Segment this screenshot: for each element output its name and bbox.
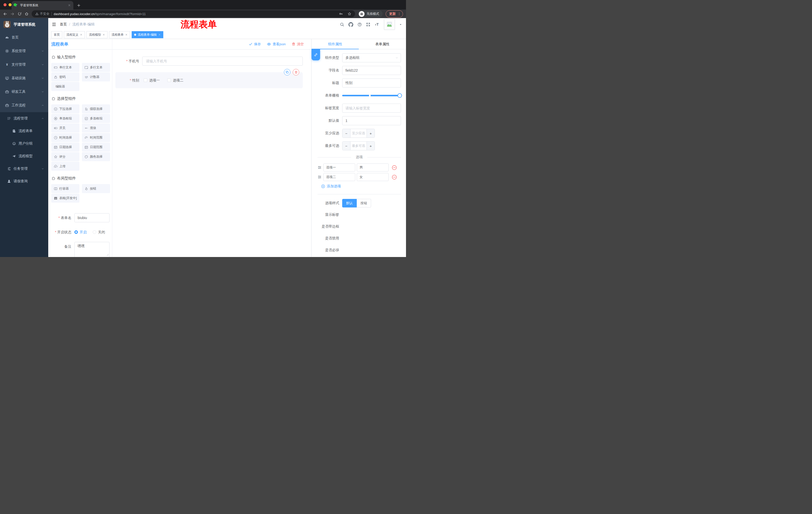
add-option-button[interactable]: 添加选项 bbox=[321, 184, 401, 189]
browser-tab[interactable]: 芋道管理系统 bbox=[11, 1, 74, 9]
default-value-input[interactable] bbox=[342, 116, 401, 125]
sidebar-item-system-mgmt[interactable]: 系统管理 bbox=[0, 44, 48, 58]
remove-option-icon[interactable] bbox=[392, 165, 397, 170]
phone-field[interactable]: 手机号 bbox=[115, 57, 303, 65]
collapse-sidebar-icon[interactable] bbox=[52, 22, 56, 27]
app-logo[interactable]: 芋道管理系统 bbox=[0, 18, 48, 31]
option-1-value-input[interactable] bbox=[357, 163, 389, 171]
field-name-input[interactable] bbox=[342, 66, 401, 75]
reload-icon[interactable] bbox=[18, 12, 22, 16]
bookmark-star-icon[interactable] bbox=[347, 12, 351, 16]
phone-input[interactable] bbox=[142, 57, 303, 65]
close-window-button[interactable] bbox=[3, 3, 6, 6]
delete-field-button[interactable] bbox=[293, 69, 299, 76]
sidebar-item-dev-tools[interactable]: 研发工具 bbox=[0, 85, 48, 99]
close-icon[interactable] bbox=[103, 33, 105, 36]
component-single-line-text[interactable]: 单行文本 bbox=[51, 63, 79, 72]
maximize-window-button[interactable] bbox=[13, 3, 17, 6]
gender-option1-checkbox[interactable]: 选项一 bbox=[144, 76, 160, 85]
duplicate-field-button[interactable] bbox=[284, 69, 290, 76]
status-on-radio[interactable]: 开启 bbox=[75, 227, 87, 237]
github-icon[interactable] bbox=[348, 22, 353, 27]
sidebar-item-task-mgmt[interactable]: 任务管理 bbox=[0, 162, 48, 175]
decrease-button[interactable]: − bbox=[343, 129, 350, 138]
panel-handle[interactable] bbox=[312, 49, 320, 60]
remove-option-icon[interactable] bbox=[392, 174, 397, 180]
sidebar-item-process-model[interactable]: 流程模型 bbox=[0, 150, 48, 162]
component-multi-line-text[interactable]: 多行文本 bbox=[82, 63, 110, 72]
search-icon[interactable] bbox=[340, 22, 344, 27]
back-icon[interactable] bbox=[3, 12, 7, 16]
close-icon[interactable] bbox=[80, 33, 82, 36]
tab-component-props[interactable]: 组件属性 bbox=[312, 39, 359, 49]
font-size-icon[interactable]: TT bbox=[375, 22, 380, 27]
title-input[interactable] bbox=[342, 78, 401, 87]
component-password[interactable]: 密码 bbox=[51, 73, 79, 81]
sidebar-item-workflow[interactable]: 工作流程 bbox=[0, 99, 48, 112]
style-default-radio[interactable]: 默认 bbox=[342, 199, 357, 208]
breadcrumb-home[interactable]: 首页 bbox=[60, 22, 67, 27]
increase-button[interactable]: + bbox=[367, 141, 375, 150]
component-row-container[interactable]: 行容器 bbox=[51, 184, 79, 193]
avatar[interactable] bbox=[384, 19, 395, 30]
component-table-dev[interactable]: 表格[开发中] bbox=[51, 194, 79, 203]
clear-button[interactable]: 清空 bbox=[292, 42, 304, 47]
tag-process-model[interactable]: 流程模型 bbox=[86, 31, 108, 38]
slider-handle[interactable] bbox=[398, 93, 402, 98]
minimize-window-button[interactable] bbox=[8, 3, 11, 6]
component-date-picker[interactable]: 日期选择 bbox=[51, 142, 79, 152]
close-tab-icon[interactable] bbox=[68, 4, 71, 7]
sidebar-item-process-mgmt[interactable]: 流程管理 bbox=[0, 112, 48, 125]
component-cascader[interactable]: 级联选择 bbox=[82, 104, 110, 113]
password-key-icon[interactable] bbox=[339, 12, 343, 16]
status-off-radio[interactable]: 关闭 bbox=[93, 227, 105, 237]
component-color-picker[interactable]: 颜色选择 bbox=[82, 152, 110, 161]
style-button-radio[interactable]: 按钮 bbox=[357, 199, 371, 208]
tag-process-form-edit[interactable]: 流程表单-编辑 bbox=[132, 31, 163, 38]
sidebar-item-infrastructure[interactable]: 基础设施 bbox=[0, 72, 48, 85]
new-tab-button[interactable] bbox=[76, 2, 82, 8]
update-button[interactable]: 更新 bbox=[386, 10, 403, 18]
tag-home[interactable]: 首页 bbox=[51, 31, 62, 38]
component-time-picker[interactable]: 时间选择 bbox=[51, 133, 79, 142]
security-warning[interactable]: 不安全 bbox=[35, 12, 50, 16]
tag-process-definition[interactable]: 流程定义 bbox=[64, 31, 85, 38]
max-select-value[interactable]: 最多可选 bbox=[350, 141, 367, 150]
fullscreen-icon[interactable] bbox=[366, 22, 370, 27]
component-editor[interactable]: 编辑器 bbox=[51, 82, 79, 91]
sidebar-item-process-form[interactable]: 流程表单 bbox=[0, 125, 48, 137]
sidebar-item-leave-query[interactable]: 请假查询 bbox=[0, 175, 48, 188]
component-rate[interactable]: 评分 bbox=[51, 152, 79, 161]
component-switch[interactable]: 开关 bbox=[51, 124, 79, 133]
component-button[interactable]: 按钮 bbox=[82, 184, 110, 193]
save-button[interactable]: 保存 bbox=[249, 42, 261, 47]
home-icon[interactable] bbox=[25, 12, 29, 16]
option-2-value-input[interactable] bbox=[357, 173, 389, 181]
decrease-button[interactable]: − bbox=[343, 141, 350, 150]
label-width-input[interactable] bbox=[342, 104, 401, 113]
component-type-select[interactable]: 多选框组 bbox=[342, 53, 401, 62]
component-checkbox-group[interactable]: 多选框组 bbox=[82, 114, 110, 123]
component-radio-group[interactable]: 单选框组 bbox=[51, 114, 79, 123]
component-slider[interactable]: 滑块 bbox=[82, 124, 110, 133]
sidebar-item-payment-mgmt[interactable]: ¥支付管理 bbox=[0, 58, 48, 72]
sidebar-item-home[interactable]: 首页 bbox=[0, 31, 48, 44]
component-counter[interactable]: 123计数器 bbox=[82, 73, 110, 81]
url-field[interactable]: 不安全 dashboard.yudao.iocoder.cn/bpm/manag… bbox=[32, 10, 355, 17]
gender-option2-checkbox[interactable]: 选项二 bbox=[167, 76, 183, 85]
view-json-button[interactable]: 查看json bbox=[267, 42, 286, 47]
component-date-range[interactable]: 日期范围 bbox=[82, 142, 110, 152]
gender-field-selected[interactable]: 性别 选项一 选项二 bbox=[115, 72, 303, 88]
forward-icon[interactable] bbox=[10, 12, 14, 16]
browser-menu-icon[interactable] bbox=[398, 12, 401, 16]
close-icon[interactable] bbox=[158, 33, 161, 36]
tab-form-props[interactable]: 表单属性 bbox=[359, 39, 406, 49]
option-1-label-input[interactable] bbox=[323, 163, 355, 171]
component-select[interactable]: 下拉选择 bbox=[51, 104, 79, 113]
help-icon[interactable] bbox=[357, 22, 362, 27]
sidebar-item-user-group[interactable]: 用户分组 bbox=[0, 137, 48, 150]
option-2-label-input[interactable] bbox=[323, 173, 355, 181]
form-grid-slider[interactable] bbox=[342, 91, 401, 100]
user-menu-caret-icon[interactable] bbox=[399, 23, 402, 26]
component-time-range[interactable]: 时间范围 bbox=[82, 133, 110, 142]
